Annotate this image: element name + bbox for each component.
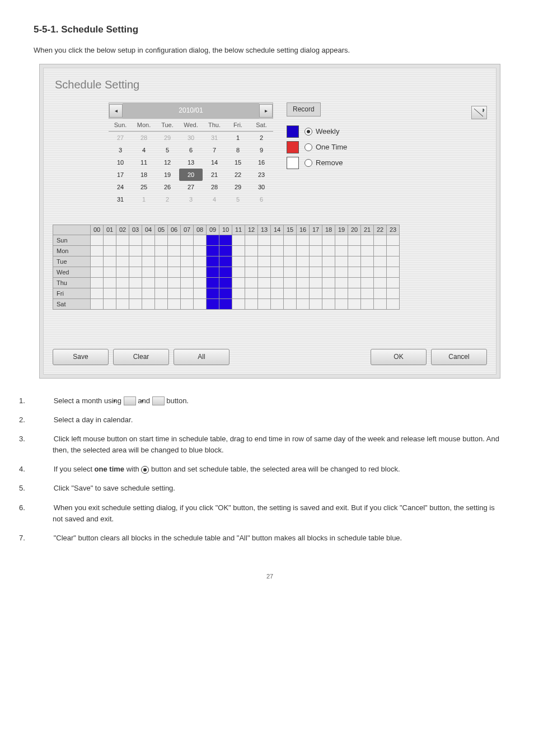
- schedule-cell[interactable]: [387, 235, 400, 246]
- save-button[interactable]: Save: [53, 349, 109, 365]
- schedule-cell[interactable]: [168, 299, 181, 310]
- schedule-cell[interactable]: [142, 288, 155, 299]
- schedule-cell[interactable]: [258, 235, 271, 246]
- option-weekly[interactable]: Weekly: [287, 125, 487, 138]
- schedule-cell[interactable]: [232, 288, 245, 299]
- schedule-cell[interactable]: [91, 267, 104, 278]
- schedule-cell[interactable]: [207, 246, 219, 256]
- schedule-cell[interactable]: [258, 256, 271, 267]
- schedule-cell[interactable]: [207, 267, 219, 278]
- schedule-cell[interactable]: [104, 299, 116, 310]
- schedule-cell[interactable]: [258, 246, 271, 256]
- schedule-cell[interactable]: [284, 288, 297, 299]
- schedule-cell[interactable]: [116, 278, 129, 288]
- schedule-cell[interactable]: [207, 256, 219, 267]
- schedule-cell[interactable]: [271, 288, 284, 299]
- calendar-day-cell[interactable]: 29: [156, 132, 179, 144]
- schedule-grid[interactable]: 0001020304050607080910111213141516171819…: [53, 225, 400, 310]
- schedule-cell[interactable]: [374, 235, 387, 246]
- schedule-cell[interactable]: [348, 288, 361, 299]
- calendar-day-cell[interactable]: 1: [226, 132, 250, 144]
- schedule-cell[interactable]: [297, 299, 310, 310]
- calendar-day-cell[interactable]: 19: [156, 169, 179, 181]
- ok-button[interactable]: OK: [371, 349, 427, 365]
- calendar-day-cell[interactable]: 3: [109, 144, 132, 156]
- schedule-cell[interactable]: [361, 235, 374, 246]
- schedule-cell[interactable]: [284, 235, 297, 246]
- schedule-cell[interactable]: [348, 267, 361, 278]
- schedule-cell[interactable]: [91, 288, 104, 299]
- schedule-cell[interactable]: [361, 288, 374, 299]
- schedule-cell[interactable]: [258, 278, 271, 288]
- option-remove[interactable]: Remove: [287, 157, 487, 169]
- schedule-cell[interactable]: [219, 278, 232, 288]
- calendar-day-cell[interactable]: 4: [203, 193, 226, 206]
- schedule-cell[interactable]: [194, 256, 207, 267]
- schedule-cell[interactable]: [129, 267, 142, 278]
- schedule-cell[interactable]: [348, 299, 361, 310]
- schedule-cell[interactable]: [129, 256, 142, 267]
- calendar-day-cell[interactable]: 10: [109, 156, 132, 169]
- schedule-cell[interactable]: [219, 235, 232, 246]
- schedule-cell[interactable]: [271, 246, 284, 256]
- calendar-day-cell[interactable]: 6: [250, 193, 273, 206]
- schedule-cell[interactable]: [335, 288, 348, 299]
- calendar-day-cell[interactable]: 5: [226, 193, 250, 206]
- schedule-cell[interactable]: [297, 267, 310, 278]
- schedule-cell[interactable]: [129, 299, 142, 310]
- schedule-cell[interactable]: [232, 246, 245, 256]
- calendar-day-cell[interactable]: 26: [156, 181, 179, 193]
- schedule-cell[interactable]: [271, 278, 284, 288]
- schedule-cell[interactable]: [129, 288, 142, 299]
- schedule-cell[interactable]: [168, 235, 181, 246]
- calendar-day-cell[interactable]: 14: [203, 156, 226, 169]
- calendar-day-cell[interactable]: 3: [179, 193, 203, 206]
- schedule-cell[interactable]: [91, 235, 104, 246]
- calendar-grid[interactable]: Sun.Mon.Tue.Wed.Thu.Fri.Sat.272829303112…: [109, 119, 273, 206]
- calendar-day-cell[interactable]: 27: [109, 132, 132, 144]
- schedule-cell[interactable]: [284, 267, 297, 278]
- schedule-cell[interactable]: [155, 267, 168, 278]
- calendar-day-cell[interactable]: 6: [179, 144, 203, 156]
- schedule-cell[interactable]: [374, 299, 387, 310]
- schedule-cell[interactable]: [142, 246, 155, 256]
- schedule-cell[interactable]: [142, 267, 155, 278]
- schedule-cell[interactable]: [219, 267, 232, 278]
- schedule-cell[interactable]: [387, 256, 400, 267]
- schedule-cell[interactable]: [219, 256, 232, 267]
- schedule-cell[interactable]: [387, 299, 400, 310]
- schedule-cell[interactable]: [387, 288, 400, 299]
- clear-button[interactable]: Clear: [113, 349, 169, 365]
- calendar-day-cell[interactable]: 13: [179, 156, 203, 169]
- schedule-cell[interactable]: [374, 288, 387, 299]
- schedule-cell[interactable]: [271, 256, 284, 267]
- schedule-cell[interactable]: [207, 288, 219, 299]
- schedule-cell[interactable]: [116, 246, 129, 256]
- schedule-cell[interactable]: [284, 299, 297, 310]
- schedule-cell[interactable]: [335, 278, 348, 288]
- schedule-cell[interactable]: [181, 246, 194, 256]
- schedule-cell[interactable]: [129, 246, 142, 256]
- schedule-cell[interactable]: [207, 235, 219, 246]
- calendar-day-cell[interactable]: 25: [132, 181, 156, 193]
- schedule-cell[interactable]: [271, 267, 284, 278]
- schedule-cell[interactable]: [245, 267, 258, 278]
- schedule-cell[interactable]: [284, 278, 297, 288]
- schedule-cell[interactable]: [168, 267, 181, 278]
- schedule-cell[interactable]: [297, 235, 310, 246]
- schedule-cell[interactable]: [258, 267, 271, 278]
- schedule-cell[interactable]: [232, 256, 245, 267]
- schedule-cell[interactable]: [361, 256, 374, 267]
- schedule-cell[interactable]: [232, 267, 245, 278]
- calendar-day-cell[interactable]: 9: [250, 144, 273, 156]
- calendar-day-cell[interactable]: 21: [203, 169, 226, 181]
- schedule-cell[interactable]: [91, 256, 104, 267]
- schedule-cell[interactable]: [374, 278, 387, 288]
- schedule-cell[interactable]: [322, 246, 335, 256]
- schedule-cell[interactable]: [181, 267, 194, 278]
- schedule-cell[interactable]: [155, 246, 168, 256]
- schedule-cell[interactable]: [297, 278, 310, 288]
- calendar-day-cell[interactable]: 31: [109, 193, 132, 206]
- schedule-cell[interactable]: [374, 246, 387, 256]
- schedule-cell[interactable]: [284, 256, 297, 267]
